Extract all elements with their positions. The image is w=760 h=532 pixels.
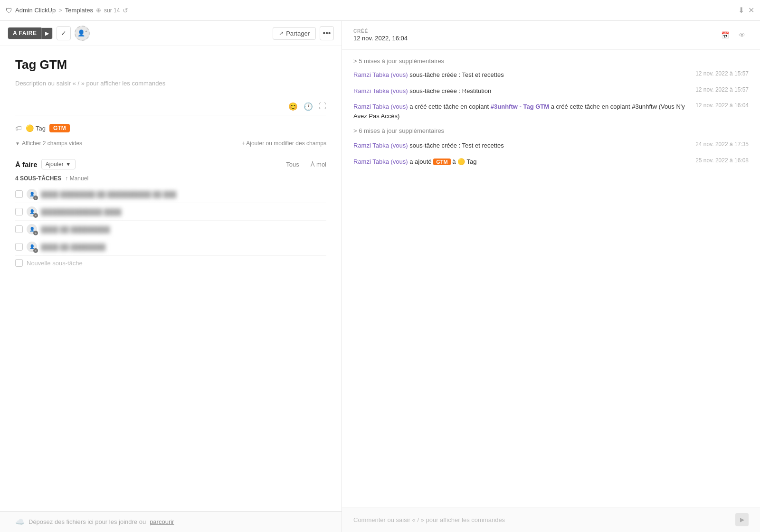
subtask-avatar-4: 👤 + bbox=[27, 242, 37, 252]
calendar-icon[interactable]: 📅 bbox=[718, 28, 732, 42]
activity-text-1: Ramzi Tabka (vous) sous-tâche créée : Te… bbox=[353, 70, 692, 80]
add-modify-fields-button[interactable]: + Ajouter ou modifier des champs bbox=[242, 140, 326, 147]
expand-6-updates[interactable]: > 6 mises à jour supplémentaires bbox=[353, 127, 749, 134]
subtask-checkbox-4[interactable] bbox=[15, 243, 23, 251]
subtask-item: 👤 + ██████████████ ████ bbox=[15, 203, 326, 221]
action-prefix-5: a ajouté bbox=[409, 158, 433, 165]
subtask-name-1[interactable]: ████ ████████ ██ ██████████ ██ ███ bbox=[41, 191, 326, 198]
actor-5[interactable]: Ramzi Tabka (vous) bbox=[353, 158, 408, 165]
bottom-bar: ☁️ Déposez des fichiers ici pour les joi… bbox=[0, 511, 342, 532]
admin-icon: 🛡 bbox=[6, 7, 12, 14]
field-label-tag: Tag bbox=[36, 125, 46, 132]
actor-1[interactable]: Ramzi Tabka (vous) bbox=[353, 71, 408, 78]
activity-item: Ramzi Tabka (vous) sous-tâche créée : Te… bbox=[353, 141, 749, 150]
avatar-plus-icon-3: + bbox=[33, 231, 38, 235]
created-date: 12 nov. 2022, 16:04 bbox=[353, 35, 408, 42]
dropdown-arrow-icon: ▼ bbox=[66, 161, 71, 168]
right-header-icons: 📅 👁 bbox=[718, 28, 749, 42]
left-panel: A FAIRE ▶ ✓ 👤+ ↗ Partager ••• Tag GTM De… bbox=[0, 21, 342, 532]
action-prefix-3: a créé cette tâche en copiant bbox=[409, 103, 491, 110]
new-subtask-placeholder[interactable]: Nouvelle sous-tâche bbox=[27, 260, 83, 267]
actor-4[interactable]: Ramzi Tabka (vous) bbox=[353, 142, 408, 149]
send-icon: ▶ bbox=[740, 516, 744, 523]
actor-2[interactable]: Ramzi Tabka (vous) bbox=[353, 87, 408, 94]
activity-text-2: Ramzi Tabka (vous) sous-tâche créée : Re… bbox=[353, 86, 692, 96]
subtask-checkbox-2[interactable] bbox=[15, 208, 23, 215]
breadcrumb-sep: > bbox=[58, 7, 62, 14]
new-subtask-checkbox bbox=[15, 259, 23, 267]
add-label: Ajouter bbox=[46, 161, 64, 168]
activity-time-2: 12 nov. 2022 à 15:57 bbox=[695, 86, 749, 93]
top-bar-actions: ⬇ ✕ bbox=[738, 6, 754, 15]
task-title: Tag GTM bbox=[15, 57, 326, 72]
subtask-avatar-2: 👤 + bbox=[27, 206, 37, 217]
share-label: Partager bbox=[286, 30, 310, 37]
action-2: sous-tâche créée : Restitution bbox=[409, 87, 491, 94]
send-button[interactable]: ▶ bbox=[735, 513, 749, 526]
close-icon[interactable]: ✕ bbox=[748, 6, 754, 15]
subtask-name-2[interactable]: ██████████████ ████ bbox=[41, 208, 326, 215]
complete-button[interactable]: ✓ bbox=[57, 26, 71, 40]
subtask-avatar-1: 👤 + bbox=[27, 189, 37, 199]
gtm-tag-badge[interactable]: GTM bbox=[49, 124, 70, 132]
eye-icon[interactable]: 👁 bbox=[735, 28, 749, 42]
activity-item: Ramzi Tabka (vous) a créé cette tâche en… bbox=[353, 102, 749, 121]
admin-label: Admin ClickUp bbox=[15, 7, 56, 14]
content-actions: 😊 🕐 ⛶ bbox=[15, 98, 326, 115]
activity-item: Ramzi Tabka (vous) a ajouté GTM à 🟡 Tag … bbox=[353, 157, 749, 167]
comment-placeholder[interactable]: Commenter ou saisir « / » pour afficher … bbox=[353, 516, 505, 523]
filter-tous[interactable]: Tous bbox=[286, 161, 299, 168]
sort-button[interactable]: ↑ Manuel bbox=[65, 175, 88, 182]
emoji-icon[interactable]: 😊 bbox=[288, 102, 298, 111]
show-empty-fields-toggle[interactable]: ▼ Afficher 2 champs vides bbox=[15, 138, 82, 149]
status-arrow-icon[interactable]: ▶ bbox=[41, 28, 52, 39]
new-subtask-row[interactable]: Nouvelle sous-tâche bbox=[15, 256, 326, 270]
subtask-item: 👤 + ████ ████████ ██ ██████████ ██ ███ bbox=[15, 186, 326, 203]
refresh-icon[interactable]: ↺ bbox=[123, 7, 128, 14]
empty-fields-row: ▼ Afficher 2 champs vides + Ajouter ou m… bbox=[15, 135, 326, 151]
templates-label[interactable]: Templates bbox=[65, 7, 93, 14]
tag-field-row: 🏷 🟡 Tag GTM bbox=[15, 121, 326, 135]
activity-item: Ramzi Tabka (vous) sous-tâche créée : Re… bbox=[353, 86, 749, 96]
subtasks-section: À faire Ajouter ▼ Tous À moi 4 SOUS-TÂCH… bbox=[15, 151, 326, 278]
right-panel: CRÉÉ 12 nov. 2022, 16:04 📅 👁 > 5 mises à… bbox=[342, 21, 760, 532]
gtm-tag-inline: GTM bbox=[433, 159, 450, 165]
activity-text-3: Ramzi Tabka (vous) a créé cette tâche en… bbox=[353, 102, 692, 121]
created-label: CRÉÉ bbox=[353, 28, 408, 34]
subtask-checkbox-1[interactable] bbox=[15, 190, 23, 198]
add-subtask-button[interactable]: Ajouter ▼ bbox=[41, 159, 76, 169]
activity-time-4: 24 nov. 2022 à 17:35 bbox=[695, 141, 749, 148]
upload-icon: ☁️ bbox=[15, 517, 25, 526]
subtask-name-4[interactable]: ████ ██ ████████ bbox=[41, 243, 326, 251]
check-icon: ✓ bbox=[61, 29, 66, 37]
browse-link[interactable]: parcourir bbox=[150, 518, 174, 525]
activity-item: Ramzi Tabka (vous) sous-tâche créée : Te… bbox=[353, 70, 749, 80]
action-suffix-5: à 🟡 Tag bbox=[452, 158, 476, 165]
expand-5-updates[interactable]: > 5 mises à jour supplémentaires bbox=[353, 57, 749, 65]
top-bar: 🛡 Admin ClickUp > Templates ⊕ sur 14 ↺ ⬇… bbox=[0, 0, 760, 21]
filter-amoi[interactable]: À moi bbox=[311, 161, 326, 168]
history-icon[interactable]: 🕐 bbox=[304, 102, 313, 111]
right-bottom-bar: Commenter ou saisir « / » pour afficher … bbox=[342, 507, 760, 532]
export-icon[interactable]: ⬇ bbox=[738, 6, 744, 15]
share-button[interactable]: ↗ Partager bbox=[273, 27, 316, 40]
actor-3[interactable]: Ramzi Tabka (vous) bbox=[353, 103, 408, 110]
subtasks-header: À faire Ajouter ▼ Tous À moi bbox=[15, 159, 326, 169]
more-icon: ••• bbox=[323, 29, 331, 37]
content-area: Tag GTM Description ou saisir « / » pour… bbox=[0, 46, 342, 511]
tag-icon: 🏷 bbox=[15, 124, 22, 132]
task-link-3[interactable]: #3unhftw - Tag GTM bbox=[491, 103, 549, 110]
avatar-plus-icon-2: + bbox=[33, 213, 38, 218]
assign-button[interactable]: 👤+ bbox=[75, 26, 90, 41]
subtask-checkbox-3[interactable] bbox=[15, 225, 23, 233]
expand-icon[interactable]: ⛶ bbox=[319, 102, 326, 111]
fields-section: 🏷 🟡 Tag GTM ▼ Afficher 2 champs vides + … bbox=[15, 115, 326, 151]
activity-feed: > 5 mises à jour supplémentaires Ramzi T… bbox=[342, 50, 760, 507]
subtask-name-3[interactable]: ████ ██ █████████ bbox=[41, 226, 326, 233]
more-button[interactable]: ••• bbox=[320, 26, 334, 40]
subtask-list: 👤 + ████ ████████ ██ ██████████ ██ ███ 👤… bbox=[15, 186, 326, 256]
status-button[interactable]: A FAIRE ▶ bbox=[8, 27, 53, 39]
page-count: sur 14 bbox=[104, 7, 120, 14]
subtask-item: 👤 + ████ ██ █████████ bbox=[15, 221, 326, 238]
task-description[interactable]: Description ou saisir « / » pour affiche… bbox=[15, 80, 326, 87]
